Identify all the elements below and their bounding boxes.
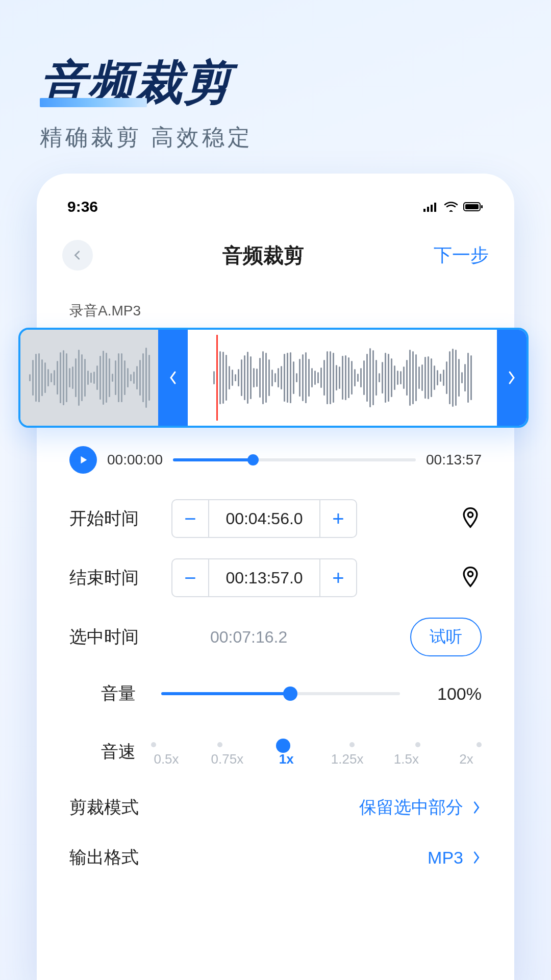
back-button[interactable] <box>62 240 93 271</box>
start-time-label: 开始时间 <box>69 507 156 530</box>
end-minus-button[interactable]: − <box>172 567 208 590</box>
battery-icon <box>463 198 484 215</box>
end-time-value[interactable]: 00:13:57.0 <box>208 559 320 596</box>
progress-slider[interactable] <box>173 458 416 461</box>
speed-label: 音速 <box>69 740 136 764</box>
next-button[interactable]: 下一步 <box>434 243 489 268</box>
volume-thumb[interactable] <box>283 687 297 701</box>
preview-button[interactable]: 试听 <box>410 618 482 656</box>
crop-mode-label: 剪裁模式 <box>69 796 139 819</box>
crop-mode-text: 保留选中部分 <box>359 796 463 819</box>
progress-thumb[interactable] <box>247 454 259 465</box>
svg-rect-2 <box>431 205 433 212</box>
start-locate-button[interactable] <box>459 506 482 531</box>
chevron-right-icon <box>471 800 482 815</box>
start-plus-button[interactable]: + <box>320 507 356 530</box>
chevron-right-icon <box>507 370 517 385</box>
speed-option[interactable]: 0.5x <box>151 751 182 767</box>
start-time-value[interactable]: 00:04:56.0 <box>208 500 320 537</box>
speed-thumb[interactable] <box>276 739 290 753</box>
play-button[interactable] <box>69 446 97 474</box>
waveform-selected <box>188 330 497 426</box>
selected-time-label: 选中时间 <box>69 625 156 649</box>
speed-option[interactable]: 1x <box>271 751 302 767</box>
player-total-time: 00:13:57 <box>426 452 482 468</box>
trim-handle-left[interactable] <box>158 330 188 426</box>
speed-option[interactable]: 1.5x <box>391 751 421 767</box>
wifi-icon <box>444 198 458 215</box>
svg-rect-5 <box>465 204 479 209</box>
chevron-left-icon <box>168 370 178 385</box>
svg-rect-1 <box>427 207 429 212</box>
start-time-input: − 00:04:56.0 + <box>171 499 357 538</box>
selected-time-value: 00:07:16.2 <box>210 628 287 647</box>
volume-fill <box>161 692 290 695</box>
waveform-unselected <box>20 330 158 426</box>
chevron-left-icon <box>72 250 83 261</box>
status-bar: 9:36 <box>37 194 514 219</box>
start-minus-button[interactable]: − <box>172 507 208 530</box>
svg-point-7 <box>468 512 473 518</box>
speed-selector[interactable]: 0.5x0.75x1x1.25x1.5x2x <box>151 736 482 767</box>
end-time-label: 结束时间 <box>69 566 156 590</box>
signal-icon <box>423 198 439 215</box>
waveform-editor[interactable] <box>18 328 529 428</box>
output-format-text: MP3 <box>428 848 463 868</box>
output-format-label: 输出格式 <box>69 846 139 869</box>
speed-option[interactable]: 2x <box>451 751 482 767</box>
pin-icon <box>459 566 482 588</box>
progress-fill <box>173 458 253 461</box>
hero-subtitle: 精确裁剪 高效稳定 <box>40 122 253 153</box>
speed-option[interactable]: 0.75x <box>211 751 242 767</box>
volume-slider[interactable] <box>161 692 400 695</box>
end-locate-button[interactable] <box>459 566 482 590</box>
trim-handle-right[interactable] <box>497 330 527 426</box>
end-time-input: − 00:13:57.0 + <box>171 558 357 597</box>
svg-rect-6 <box>481 205 483 208</box>
crop-mode-value[interactable]: 保留选中部分 <box>359 796 482 819</box>
playhead[interactable] <box>216 335 218 421</box>
volume-label: 音量 <box>69 682 136 705</box>
player-current-time: 00:00:00 <box>107 452 163 468</box>
svg-rect-0 <box>423 209 425 212</box>
play-icon <box>78 454 89 465</box>
svg-point-8 <box>468 572 473 577</box>
file-name: 录音A.MP3 <box>37 286 514 328</box>
status-time: 9:36 <box>67 198 98 215</box>
page-title: 音频裁剪 <box>222 241 304 270</box>
svg-rect-3 <box>434 203 436 212</box>
end-plus-button[interactable]: + <box>320 567 356 590</box>
phone-frame: 9:36 音频裁剪 下一步 录音A.MP3 <box>37 174 514 980</box>
output-format-value[interactable]: MP3 <box>428 848 482 868</box>
pin-icon <box>459 506 482 529</box>
speed-option[interactable]: 1.25x <box>331 751 362 767</box>
chevron-right-icon <box>471 850 482 865</box>
hero-underline <box>40 98 147 107</box>
volume-value: 100% <box>425 684 482 704</box>
